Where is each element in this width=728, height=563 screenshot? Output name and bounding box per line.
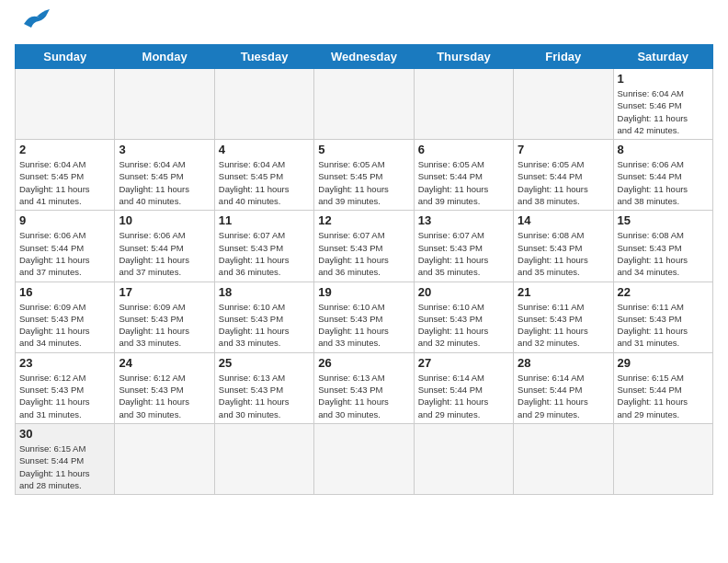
logo <box>15 15 51 33</box>
calendar-cell: 6Sunrise: 6:05 AM Sunset: 5:44 PM Daylig… <box>414 140 513 211</box>
calendar-cell: 26Sunrise: 6:13 AM Sunset: 5:43 PM Dayli… <box>314 352 414 423</box>
day-info: Sunrise: 6:12 AM Sunset: 5:43 PM Dayligh… <box>19 372 110 420</box>
day-info: Sunrise: 6:14 AM Sunset: 5:44 PM Dayligh… <box>518 372 609 420</box>
day-number: 4 <box>219 143 310 156</box>
calendar-cell: 24Sunrise: 6:12 AM Sunset: 5:43 PM Dayli… <box>115 352 214 423</box>
calendar-cell: 8Sunrise: 6:06 AM Sunset: 5:44 PM Daylig… <box>613 140 712 211</box>
day-info: Sunrise: 6:07 AM Sunset: 5:43 PM Dayligh… <box>318 229 409 278</box>
calendar-cell: 11Sunrise: 6:07 AM Sunset: 5:43 PM Dayli… <box>214 211 313 282</box>
day-info: Sunrise: 6:11 AM Sunset: 5:43 PM Dayligh… <box>518 301 609 350</box>
day-info: Sunrise: 6:06 AM Sunset: 5:44 PM Dayligh… <box>119 229 210 278</box>
day-number: 21 <box>518 285 609 299</box>
day-info: Sunrise: 6:07 AM Sunset: 5:43 PM Dayligh… <box>418 229 509 278</box>
day-info: Sunrise: 6:09 AM Sunset: 5:43 PM Dayligh… <box>119 301 210 350</box>
calendar-cell <box>314 69 414 140</box>
calendar-cell: 21Sunrise: 6:11 AM Sunset: 5:43 PM Dayli… <box>514 282 613 352</box>
day-info: Sunrise: 6:05 AM Sunset: 5:44 PM Dayligh… <box>418 158 509 207</box>
calendar-cell <box>115 69 214 140</box>
calendar-row-5: 30Sunrise: 6:15 AM Sunset: 5:44 PM Dayli… <box>16 423 713 494</box>
calendar-cell <box>214 69 313 140</box>
day-number: 15 <box>618 213 709 227</box>
day-number: 8 <box>618 143 709 156</box>
day-number: 1 <box>618 72 709 86</box>
day-info: Sunrise: 6:04 AM Sunset: 5:45 PM Dayligh… <box>219 158 310 207</box>
calendar-row-3: 16Sunrise: 6:09 AM Sunset: 5:43 PM Dayli… <box>16 282 713 352</box>
day-number: 11 <box>219 213 310 227</box>
calendar-cell: 27Sunrise: 6:14 AM Sunset: 5:44 PM Dayli… <box>414 352 513 423</box>
day-number: 10 <box>119 213 210 227</box>
day-number: 20 <box>418 285 509 299</box>
day-number: 9 <box>19 213 110 227</box>
day-number: 16 <box>19 285 110 299</box>
day-number: 17 <box>119 285 210 299</box>
calendar-cell: 16Sunrise: 6:09 AM Sunset: 5:43 PM Dayli… <box>16 282 115 352</box>
page-header <box>15 15 713 33</box>
calendar-header-row: SundayMondayTuesdayWednesdayThursdayFrid… <box>16 45 713 69</box>
day-info: Sunrise: 6:13 AM Sunset: 5:43 PM Dayligh… <box>219 372 310 420</box>
day-info: Sunrise: 6:04 AM Sunset: 5:45 PM Dayligh… <box>119 158 210 207</box>
day-info: Sunrise: 6:11 AM Sunset: 5:43 PM Dayligh… <box>618 301 709 350</box>
calendar-cell: 22Sunrise: 6:11 AM Sunset: 5:43 PM Dayli… <box>613 282 712 352</box>
day-info: Sunrise: 6:04 AM Sunset: 5:46 PM Dayligh… <box>618 87 709 136</box>
day-number: 26 <box>318 356 409 370</box>
day-number: 27 <box>418 356 509 370</box>
calendar-cell <box>414 69 513 140</box>
day-info: Sunrise: 6:10 AM Sunset: 5:43 PM Dayligh… <box>318 301 409 350</box>
day-info: Sunrise: 6:05 AM Sunset: 5:44 PM Dayligh… <box>518 158 609 207</box>
calendar-cell: 30Sunrise: 6:15 AM Sunset: 5:44 PM Dayli… <box>16 423 115 494</box>
weekday-header-saturday: Saturday <box>613 45 712 69</box>
weekday-header-wednesday: Wednesday <box>314 45 414 69</box>
day-number: 23 <box>19 356 110 370</box>
calendar-cell <box>414 423 513 494</box>
day-number: 30 <box>19 427 110 441</box>
day-number: 18 <box>219 285 310 299</box>
day-number: 29 <box>618 356 709 370</box>
calendar-table: SundayMondayTuesdayWednesdayThursdayFrid… <box>15 44 713 495</box>
calendar-cell: 15Sunrise: 6:08 AM Sunset: 5:43 PM Dayli… <box>613 211 712 282</box>
calendar-cell: 2Sunrise: 6:04 AM Sunset: 5:45 PM Daylig… <box>16 140 115 211</box>
day-number: 25 <box>219 356 310 370</box>
day-info: Sunrise: 6:07 AM Sunset: 5:43 PM Dayligh… <box>219 229 310 278</box>
calendar-cell: 13Sunrise: 6:07 AM Sunset: 5:43 PM Dayli… <box>414 211 513 282</box>
day-number: 14 <box>518 213 609 227</box>
calendar-cell: 25Sunrise: 6:13 AM Sunset: 5:43 PM Dayli… <box>214 352 313 423</box>
weekday-header-tuesday: Tuesday <box>214 45 313 69</box>
calendar-cell: 9Sunrise: 6:06 AM Sunset: 5:44 PM Daylig… <box>16 211 115 282</box>
weekday-header-monday: Monday <box>115 45 214 69</box>
calendar-row-4: 23Sunrise: 6:12 AM Sunset: 5:43 PM Dayli… <box>16 352 713 423</box>
calendar-cell: 10Sunrise: 6:06 AM Sunset: 5:44 PM Dayli… <box>115 211 214 282</box>
calendar-cell: 19Sunrise: 6:10 AM Sunset: 5:43 PM Dayli… <box>314 282 414 352</box>
day-info: Sunrise: 6:12 AM Sunset: 5:43 PM Dayligh… <box>119 372 210 420</box>
day-number: 24 <box>119 356 210 370</box>
calendar-cell <box>613 423 712 494</box>
calendar-cell <box>16 69 115 140</box>
day-number: 7 <box>518 143 609 156</box>
day-info: Sunrise: 6:14 AM Sunset: 5:44 PM Dayligh… <box>418 372 509 420</box>
calendar-cell: 17Sunrise: 6:09 AM Sunset: 5:43 PM Dayli… <box>115 282 214 352</box>
day-info: Sunrise: 6:15 AM Sunset: 5:44 PM Dayligh… <box>618 372 709 420</box>
day-number: 12 <box>318 213 409 227</box>
day-number: 3 <box>119 143 210 156</box>
calendar-cell: 7Sunrise: 6:05 AM Sunset: 5:44 PM Daylig… <box>514 140 613 211</box>
calendar-cell <box>214 423 313 494</box>
calendar-cell: 23Sunrise: 6:12 AM Sunset: 5:43 PM Dayli… <box>16 352 115 423</box>
day-number: 19 <box>318 285 409 299</box>
day-info: Sunrise: 6:10 AM Sunset: 5:43 PM Dayligh… <box>418 301 509 350</box>
day-info: Sunrise: 6:08 AM Sunset: 5:43 PM Dayligh… <box>618 229 709 278</box>
day-info: Sunrise: 6:10 AM Sunset: 5:43 PM Dayligh… <box>219 301 310 350</box>
weekday-header-sunday: Sunday <box>16 45 115 69</box>
calendar-cell <box>115 423 214 494</box>
day-info: Sunrise: 6:06 AM Sunset: 5:44 PM Dayligh… <box>618 158 709 207</box>
day-info: Sunrise: 6:15 AM Sunset: 5:44 PM Dayligh… <box>19 442 110 491</box>
day-info: Sunrise: 6:06 AM Sunset: 5:44 PM Dayligh… <box>19 229 110 278</box>
calendar-cell: 3Sunrise: 6:04 AM Sunset: 5:45 PM Daylig… <box>115 140 214 211</box>
calendar-cell <box>514 423 613 494</box>
calendar-cell: 20Sunrise: 6:10 AM Sunset: 5:43 PM Dayli… <box>414 282 513 352</box>
day-number: 28 <box>518 356 609 370</box>
calendar-cell: 1Sunrise: 6:04 AM Sunset: 5:46 PM Daylig… <box>613 69 712 140</box>
day-number: 6 <box>418 143 509 156</box>
calendar-cell <box>314 423 414 494</box>
day-info: Sunrise: 6:13 AM Sunset: 5:43 PM Dayligh… <box>318 372 409 420</box>
calendar-row-1: 2Sunrise: 6:04 AM Sunset: 5:45 PM Daylig… <box>16 140 713 211</box>
calendar-cell: 18Sunrise: 6:10 AM Sunset: 5:43 PM Dayli… <box>214 282 313 352</box>
